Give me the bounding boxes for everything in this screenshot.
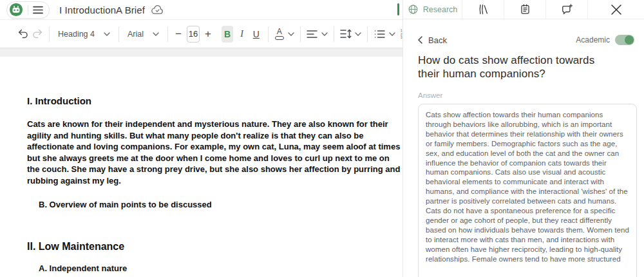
align-button[interactable]: [307, 26, 318, 43]
font-family-select[interactable]: Arial: [125, 30, 162, 39]
panel-close-button[interactable]: [588, 0, 644, 19]
chevron-left-icon: [418, 36, 422, 44]
answer-text: Cats show affection towards their human …: [426, 110, 629, 264]
bullet-list-button[interactable]: [374, 26, 385, 43]
toggle-knob: [625, 35, 634, 44]
toolbar-separator: [300, 26, 301, 42]
main-menu-pill[interactable]: [6, 1, 50, 19]
notepad-icon: [520, 4, 531, 15]
answer-textarea[interactable]: Cats show affection towards their human …: [418, 104, 637, 277]
panel-tab-bar: Research: [403, 0, 644, 19]
font-size-decrease-button[interactable]: −: [174, 26, 183, 43]
close-icon: [611, 4, 622, 15]
chevron-down-icon: [104, 32, 110, 36]
paragraph-style-select[interactable]: Heading 4: [55, 30, 113, 39]
answer-label: Answer: [418, 91, 636, 99]
text-color-letter: A: [277, 28, 282, 35]
undo-button[interactable]: [17, 26, 30, 43]
research-question: How do cats show affection towards their…: [418, 53, 619, 81]
underline-button[interactable]: U: [251, 26, 262, 43]
editor-side: I IntroductionA Brief Hea: [0, 0, 402, 277]
app-window: I IntroductionA Brief Hea: [0, 0, 644, 277]
doc-section-heading[interactable]: I. Introduction: [27, 95, 402, 106]
books-icon: [477, 4, 489, 15]
text-color-button[interactable]: A: [274, 26, 285, 43]
back-button[interactable]: Back: [418, 35, 447, 45]
toolbar-separator: [49, 26, 50, 42]
doc-subpoint[interactable]: B. Overview of main points to be discuss…: [39, 200, 402, 209]
tab-chat[interactable]: [546, 0, 588, 19]
document-page[interactable]: I. Introduction Cats are known for their…: [0, 57, 402, 277]
panel-body: Back Academic How do cats show affection…: [403, 35, 644, 277]
chevron-down-icon[interactable]: [355, 32, 361, 36]
document-title[interactable]: I IntroductionA Brief: [59, 5, 145, 15]
globe-icon: [408, 4, 419, 15]
toolbar-separator: [367, 26, 368, 42]
panel-resize-handle[interactable]: [397, 3, 399, 15]
page-margin-strip: [0, 48, 402, 57]
paragraph-style-value: Heading 4: [58, 30, 95, 39]
bold-button[interactable]: B: [222, 26, 233, 43]
doc-paragraph[interactable]: Cats are known for their independent and…: [27, 119, 401, 186]
chevron-down-icon: [153, 32, 159, 36]
toolbar-separator: [167, 26, 168, 42]
academic-toggle[interactable]: [615, 35, 634, 45]
pill-divider: [28, 5, 28, 15]
cloud-saved-icon: [151, 4, 164, 15]
chevron-down-icon[interactable]: [389, 32, 395, 36]
doc-subpoint[interactable]: A. Independent nature: [39, 263, 402, 273]
redo-button[interactable]: [31, 26, 43, 43]
academic-mode-group: Academic: [576, 35, 636, 45]
academic-toggle-label: Academic: [576, 35, 610, 44]
text-color-swatch: [275, 36, 284, 40]
chevron-down-icon[interactable]: [321, 32, 328, 36]
tab-research-label: Research: [423, 5, 458, 14]
toolbar-separator: [118, 26, 119, 42]
chat-plus-icon: [561, 4, 573, 15]
hamburger-menu-icon[interactable]: [33, 6, 43, 14]
tab-library[interactable]: [462, 0, 504, 19]
tab-research[interactable]: Research: [403, 0, 462, 19]
font-size-input[interactable]: 16: [187, 26, 200, 43]
format-toolbar: Heading 4 Arial − 16 + B I U A: [0, 20, 402, 48]
toolbar-separator: [268, 26, 269, 42]
back-label: Back: [428, 35, 447, 45]
research-panel: Research: [402, 0, 644, 277]
doc-section-heading[interactable]: II. Low Maintenance: [27, 241, 402, 253]
panel-nav-row: Back Academic: [418, 35, 636, 45]
document-header: I IntroductionA Brief: [0, 0, 402, 20]
toolbar-separator: [334, 26, 334, 42]
tab-notes[interactable]: [504, 0, 546, 19]
font-family-value: Arial: [128, 30, 144, 39]
font-size-increase-button[interactable]: +: [204, 26, 213, 43]
app-logo-icon[interactable]: [9, 3, 23, 17]
line-spacing-button[interactable]: [340, 26, 352, 43]
chevron-down-icon[interactable]: [288, 32, 294, 36]
italic-button[interactable]: I: [236, 26, 247, 43]
